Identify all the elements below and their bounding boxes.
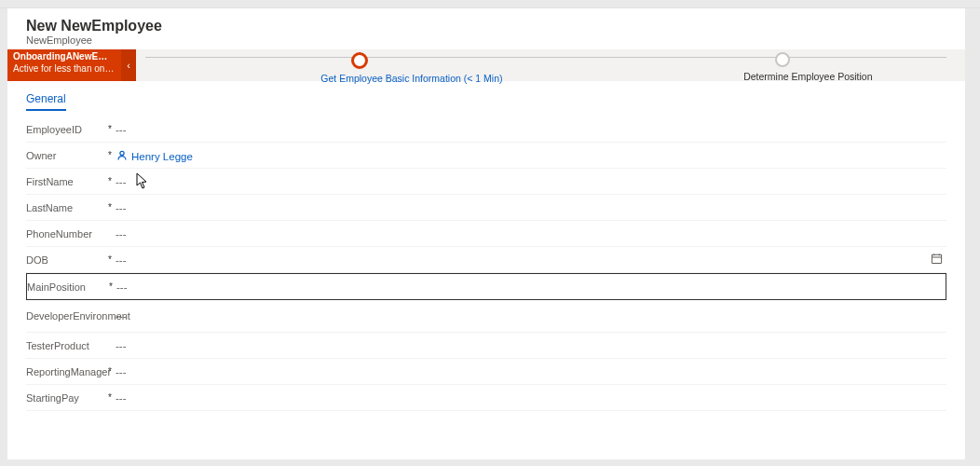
svg-point-0	[120, 151, 124, 155]
field-phone-number[interactable]: PhoneNumber ---	[26, 221, 946, 247]
required-marker: *	[104, 176, 116, 186]
bpf-stage-determine-position[interactable]: Determine Employee Position	[743, 52, 822, 82]
field-label: Owner	[26, 150, 104, 161]
field-value[interactable]: ---	[116, 392, 946, 404]
field-dob[interactable]: DOB * ---	[26, 247, 946, 273]
field-label: FirstName	[26, 176, 104, 187]
svg-rect-1	[932, 254, 941, 263]
stage-dot-icon	[775, 52, 790, 67]
field-value[interactable]: ---	[116, 202, 946, 213]
field-label: PhoneNumber	[26, 228, 104, 240]
field-label: ReportingManager	[26, 366, 104, 377]
field-value[interactable]: ---	[116, 254, 946, 266]
field-label: LastName	[26, 202, 104, 213]
required-marker: *	[104, 366, 116, 377]
field-label: DOB	[26, 254, 104, 266]
bpf-track: Get Employee Basic Information (< 1 Min)…	[136, 49, 965, 81]
required-marker: *	[104, 392, 116, 403]
record-page: New NewEmployee NewEmployee OnboardingAN…	[7, 8, 965, 459]
required-marker: *	[105, 281, 116, 292]
bpf-chip-subtitle: Active for less than one mi…	[13, 63, 116, 75]
bpf-stage-get-basic-info[interactable]: Get Employee Basic Information (< 1 Min)	[320, 52, 399, 84]
field-label: MainPosition	[27, 281, 105, 293]
field-starting-pay[interactable]: StartingPay * ---	[26, 385, 946, 411]
field-value[interactable]: ---	[116, 366, 946, 377]
field-label: EmployeeID	[26, 124, 104, 135]
form-general: EmployeeID * --- Owner * Henry Legge Fir…	[7, 111, 965, 430]
field-last-name[interactable]: LastName * ---	[26, 195, 946, 221]
field-label: TesterProduct	[26, 340, 104, 351]
field-reporting-manager[interactable]: ReportingManager * ---	[26, 359, 946, 385]
required-marker: *	[104, 254, 116, 265]
bpf-chip-title: OnboardingANewEmplo…	[13, 51, 116, 63]
field-developer-environment[interactable]: DeveloperEnvironment ---	[26, 300, 946, 333]
field-label: DeveloperEnvironment	[26, 310, 104, 322]
tab-general[interactable]: General	[26, 89, 66, 111]
field-value[interactable]: ---	[116, 176, 946, 187]
bpf-track-line	[145, 57, 946, 58]
header: New NewEmployee NewEmployee	[7, 8, 965, 49]
stage-dot-icon	[351, 52, 368, 69]
required-marker: *	[104, 150, 116, 160]
tab-bar: General	[7, 81, 965, 111]
stage-label: Determine Employee Position	[743, 71, 822, 82]
chevron-left-icon: ‹	[127, 60, 130, 71]
field-main-position[interactable]: MainPosition * ---	[26, 273, 946, 300]
field-value[interactable]: Henry Legge	[116, 149, 946, 162]
bpf-active-stage-chip[interactable]: OnboardingANewEmplo… Active for less tha…	[7, 49, 121, 81]
business-process-flow: OnboardingANewEmplo… Active for less tha…	[7, 49, 965, 81]
owner-name: Henry Legge	[131, 151, 193, 162]
required-marker: *	[104, 124, 116, 134]
field-value[interactable]: ---	[116, 124, 946, 135]
required-marker: *	[104, 202, 116, 212]
bpf-chip-collapse[interactable]: ‹	[121, 49, 136, 81]
field-employee-id[interactable]: EmployeeID * ---	[26, 116, 946, 143]
entity-name: NewEmployee	[26, 34, 946, 46]
field-value[interactable]: ---	[116, 281, 946, 293]
stage-label: Get Employee Basic Information (< 1 Min)	[320, 73, 399, 84]
page-title: New NewEmployee	[26, 18, 946, 34]
field-value[interactable]: ---	[116, 228, 946, 240]
field-value[interactable]: ---	[116, 340, 946, 351]
app-top-strip	[0, 0, 980, 8]
field-label: StartingPay	[26, 392, 104, 404]
person-icon	[116, 149, 129, 162]
field-first-name[interactable]: FirstName * ---	[26, 169, 946, 195]
field-value[interactable]: ---	[116, 310, 946, 322]
field-tester-product[interactable]: TesterProduct ---	[26, 333, 946, 359]
calendar-icon[interactable]	[931, 253, 943, 267]
field-owner[interactable]: Owner * Henry Legge	[26, 143, 946, 169]
